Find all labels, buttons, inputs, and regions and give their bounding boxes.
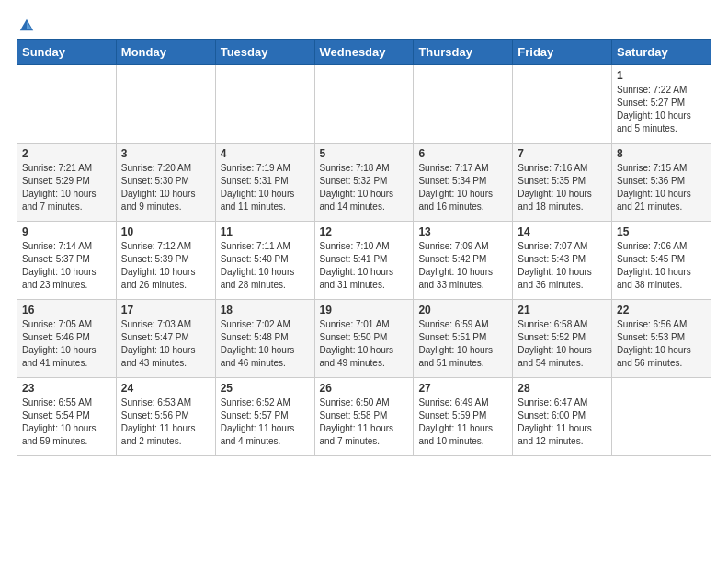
day-number: 10 xyxy=(121,225,210,238)
calendar-table: SundayMondayTuesdayWednesdayThursdayFrid… xyxy=(17,39,711,456)
day-number: 6 xyxy=(418,147,507,160)
calendar-header-sunday: Sunday xyxy=(17,40,117,65)
calendar-cell: 23Sunrise: 6:55 AM Sunset: 5:54 PM Dayli… xyxy=(17,378,117,456)
day-number: 5 xyxy=(320,147,409,160)
day-number: 11 xyxy=(221,225,310,238)
day-number: 2 xyxy=(22,147,111,160)
calendar-header-saturday: Saturday xyxy=(612,40,711,65)
calendar-cell: 2Sunrise: 7:21 AM Sunset: 5:29 PM Daylig… xyxy=(17,144,117,222)
day-info: Sunrise: 7:01 AM Sunset: 5:50 PM Dayligh… xyxy=(320,318,409,370)
calendar-header-monday: Monday xyxy=(116,40,215,65)
calendar-header-row: SundayMondayTuesdayWednesdayThursdayFrid… xyxy=(17,40,711,65)
calendar-week-1: 2Sunrise: 7:21 AM Sunset: 5:29 PM Daylig… xyxy=(17,144,711,222)
calendar-cell: 18Sunrise: 7:02 AM Sunset: 5:48 PM Dayli… xyxy=(215,300,314,378)
day-info: Sunrise: 6:49 AM Sunset: 5:59 PM Dayligh… xyxy=(418,396,507,448)
calendar-cell: 21Sunrise: 6:58 AM Sunset: 5:52 PM Dayli… xyxy=(513,300,612,378)
day-info: Sunrise: 7:16 AM Sunset: 5:35 PM Dayligh… xyxy=(518,162,607,213)
calendar-cell: 19Sunrise: 7:01 AM Sunset: 5:50 PM Dayli… xyxy=(314,300,414,378)
day-info: Sunrise: 7:03 AM Sunset: 5:47 PM Dayligh… xyxy=(121,318,210,370)
day-number: 1 xyxy=(617,69,706,82)
day-number: 17 xyxy=(121,304,210,316)
calendar-header-friday: Friday xyxy=(513,40,612,65)
day-number: 8 xyxy=(617,147,706,160)
calendar-cell: 17Sunrise: 7:03 AM Sunset: 5:47 PM Dayli… xyxy=(116,300,215,378)
calendar-week-3: 16Sunrise: 7:05 AM Sunset: 5:46 PM Dayli… xyxy=(17,300,711,378)
calendar-cell xyxy=(314,65,414,144)
day-number: 28 xyxy=(518,382,607,395)
day-info: Sunrise: 7:14 AM Sunset: 5:37 PM Dayligh… xyxy=(22,240,111,292)
day-info: Sunrise: 7:05 AM Sunset: 5:46 PM Dayligh… xyxy=(22,318,111,370)
calendar-cell: 5Sunrise: 7:18 AM Sunset: 5:32 PM Daylig… xyxy=(314,144,414,222)
calendar-cell: 3Sunrise: 7:20 AM Sunset: 5:30 PM Daylig… xyxy=(116,144,215,222)
day-info: Sunrise: 7:19 AM Sunset: 5:31 PM Dayligh… xyxy=(221,162,310,213)
day-info: Sunrise: 7:11 AM Sunset: 5:40 PM Dayligh… xyxy=(221,240,310,292)
calendar-cell: 15Sunrise: 7:06 AM Sunset: 5:45 PM Dayli… xyxy=(612,222,711,300)
day-info: Sunrise: 6:53 AM Sunset: 5:56 PM Dayligh… xyxy=(121,396,210,448)
day-info: Sunrise: 7:07 AM Sunset: 5:43 PM Dayligh… xyxy=(518,240,607,292)
day-number: 19 xyxy=(320,304,409,316)
calendar-cell xyxy=(215,65,314,144)
day-info: Sunrise: 6:55 AM Sunset: 5:54 PM Dayligh… xyxy=(22,396,111,448)
logo-icon xyxy=(18,17,35,33)
day-info: Sunrise: 7:09 AM Sunset: 5:42 PM Dayligh… xyxy=(418,240,507,292)
day-number: 20 xyxy=(418,304,507,316)
day-info: Sunrise: 6:50 AM Sunset: 5:58 PM Dayligh… xyxy=(320,396,409,448)
calendar-cell: 20Sunrise: 6:59 AM Sunset: 5:51 PM Dayli… xyxy=(414,300,513,378)
day-info: Sunrise: 7:06 AM Sunset: 5:45 PM Dayligh… xyxy=(617,240,706,292)
day-number: 21 xyxy=(518,304,607,316)
day-info: Sunrise: 6:56 AM Sunset: 5:53 PM Dayligh… xyxy=(617,318,706,370)
calendar-cell: 13Sunrise: 7:09 AM Sunset: 5:42 PM Dayli… xyxy=(414,222,513,300)
logo xyxy=(17,17,35,29)
calendar-cell: 16Sunrise: 7:05 AM Sunset: 5:46 PM Dayli… xyxy=(17,300,117,378)
calendar-cell xyxy=(116,65,215,144)
calendar-cell: 10Sunrise: 7:12 AM Sunset: 5:39 PM Dayli… xyxy=(116,222,215,300)
calendar-cell: 28Sunrise: 6:47 AM Sunset: 6:00 PM Dayli… xyxy=(513,378,612,456)
header xyxy=(17,17,711,29)
calendar-cell: 12Sunrise: 7:10 AM Sunset: 5:41 PM Dayli… xyxy=(314,222,414,300)
calendar-week-4: 23Sunrise: 6:55 AM Sunset: 5:54 PM Dayli… xyxy=(17,378,711,456)
day-number: 13 xyxy=(418,225,507,238)
day-number: 9 xyxy=(22,225,111,238)
day-number: 12 xyxy=(320,225,409,238)
day-info: Sunrise: 7:15 AM Sunset: 5:36 PM Dayligh… xyxy=(617,162,706,213)
calendar-cell: 24Sunrise: 6:53 AM Sunset: 5:56 PM Dayli… xyxy=(116,378,215,456)
day-info: Sunrise: 7:02 AM Sunset: 5:48 PM Dayligh… xyxy=(221,318,310,370)
day-info: Sunrise: 7:18 AM Sunset: 5:32 PM Dayligh… xyxy=(320,162,409,213)
calendar-cell: 9Sunrise: 7:14 AM Sunset: 5:37 PM Daylig… xyxy=(17,222,117,300)
day-number: 22 xyxy=(617,304,706,316)
calendar-cell: 8Sunrise: 7:15 AM Sunset: 5:36 PM Daylig… xyxy=(612,144,711,222)
calendar-cell xyxy=(513,65,612,144)
calendar-header-tuesday: Tuesday xyxy=(215,40,314,65)
day-number: 15 xyxy=(617,225,706,238)
day-info: Sunrise: 7:21 AM Sunset: 5:29 PM Dayligh… xyxy=(22,162,111,213)
calendar-cell xyxy=(612,378,711,456)
day-number: 7 xyxy=(518,147,607,160)
day-info: Sunrise: 6:58 AM Sunset: 5:52 PM Dayligh… xyxy=(518,318,607,370)
calendar-cell: 7Sunrise: 7:16 AM Sunset: 5:35 PM Daylig… xyxy=(513,144,612,222)
day-info: Sunrise: 7:17 AM Sunset: 5:34 PM Dayligh… xyxy=(418,162,507,213)
day-number: 3 xyxy=(121,147,210,160)
calendar-header-thursday: Thursday xyxy=(414,40,513,65)
day-number: 25 xyxy=(221,382,310,395)
calendar-cell: 11Sunrise: 7:11 AM Sunset: 5:40 PM Dayli… xyxy=(215,222,314,300)
day-number: 4 xyxy=(221,147,310,160)
calendar-cell: 25Sunrise: 6:52 AM Sunset: 5:57 PM Dayli… xyxy=(215,378,314,456)
day-number: 18 xyxy=(221,304,310,316)
calendar-cell: 14Sunrise: 7:07 AM Sunset: 5:43 PM Dayli… xyxy=(513,222,612,300)
day-number: 16 xyxy=(22,304,111,316)
day-info: Sunrise: 6:59 AM Sunset: 5:51 PM Dayligh… xyxy=(418,318,507,370)
page: SundayMondayTuesdayWednesdayThursdayFrid… xyxy=(0,0,728,467)
day-number: 26 xyxy=(320,382,409,395)
calendar-cell: 26Sunrise: 6:50 AM Sunset: 5:58 PM Dayli… xyxy=(314,378,414,456)
day-info: Sunrise: 6:52 AM Sunset: 5:57 PM Dayligh… xyxy=(221,396,310,448)
day-number: 23 xyxy=(22,382,111,395)
day-info: Sunrise: 7:22 AM Sunset: 5:27 PM Dayligh… xyxy=(617,84,706,135)
day-info: Sunrise: 6:47 AM Sunset: 6:00 PM Dayligh… xyxy=(518,396,607,448)
day-info: Sunrise: 7:12 AM Sunset: 5:39 PM Dayligh… xyxy=(121,240,210,292)
calendar-cell xyxy=(17,65,117,144)
calendar-cell: 22Sunrise: 6:56 AM Sunset: 5:53 PM Dayli… xyxy=(612,300,711,378)
calendar-cell xyxy=(414,65,513,144)
day-number: 24 xyxy=(121,382,210,395)
calendar-cell: 27Sunrise: 6:49 AM Sunset: 5:59 PM Dayli… xyxy=(414,378,513,456)
day-info: Sunrise: 7:10 AM Sunset: 5:41 PM Dayligh… xyxy=(320,240,409,292)
